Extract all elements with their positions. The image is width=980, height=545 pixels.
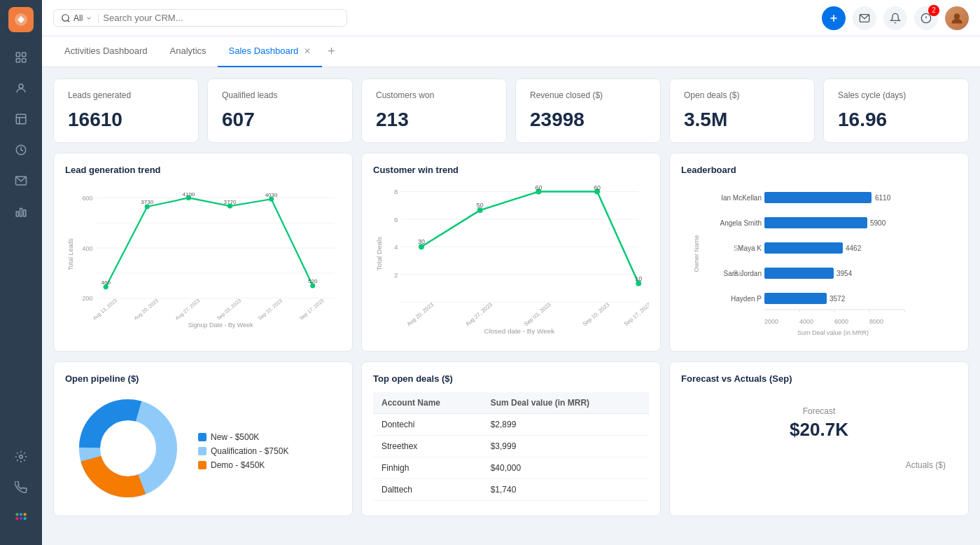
svg-rect-17 xyxy=(20,517,22,520)
tab-sales[interactable]: Sales Dashboard ✕ xyxy=(218,36,323,67)
metric-sales-cycle: Sales cycle (days) 16.96 xyxy=(823,78,969,143)
metric-sales-cycle-value: 16.96 xyxy=(838,109,954,131)
svg-rect-81 xyxy=(764,217,867,228)
table-row: Streethex$3,999 xyxy=(373,436,649,457)
search-input[interactable] xyxy=(103,13,340,23)
legend-new: New - $500K xyxy=(198,432,288,442)
tab-activities[interactable]: Activities Dashboard xyxy=(53,36,159,67)
svg-rect-92 xyxy=(764,293,827,304)
user-avatar[interactable] xyxy=(945,6,969,30)
svg-text:4: 4 xyxy=(394,243,398,251)
svg-text:Aug 27, 2023: Aug 27, 2023 xyxy=(174,298,201,322)
svg-text:Angela Smith: Angela Smith xyxy=(720,219,762,227)
bottom-row: Open pipeline ($) xyxy=(53,361,969,516)
deal-value: $40,000 xyxy=(482,457,649,479)
metric-revenue-value: 23998 xyxy=(530,109,646,131)
svg-text:Ba: Ba xyxy=(734,270,743,277)
metric-leads-value: 16610 xyxy=(68,109,184,131)
sidebar-item-reports[interactable] xyxy=(8,106,34,132)
deal-value: $2,899 xyxy=(482,414,649,436)
sidebar-item-apps[interactable] xyxy=(8,506,34,531)
metric-leads-generated: Leads generated 16610 xyxy=(53,78,199,143)
forecast-section: Forecast $20.7K xyxy=(681,392,957,455)
legend-qualification: Qualification - $750K xyxy=(198,446,288,456)
svg-text:Total Leads: Total Leads xyxy=(67,238,74,270)
legend-qual-label: Qualification - $750K xyxy=(211,446,288,456)
svg-point-5 xyxy=(19,84,23,88)
svg-text:Sep 03, 2023: Sep 03, 2023 xyxy=(216,298,242,322)
top-deals-title: Top open deals ($) xyxy=(373,373,649,384)
svg-rect-89 xyxy=(764,268,834,279)
sidebar-item-email[interactable] xyxy=(8,168,34,193)
svg-text:Sep 17, 2023: Sep 17, 2023 xyxy=(623,301,649,327)
add-button[interactable] xyxy=(822,6,846,30)
app-logo[interactable] xyxy=(8,7,34,32)
tab-close-sales[interactable]: ✕ xyxy=(304,46,311,56)
search-filter-badge[interactable]: All xyxy=(61,13,99,23)
metric-sales-cycle-label: Sales cycle (days) xyxy=(838,90,954,100)
open-pipeline-title: Open pipeline ($) xyxy=(65,373,341,384)
sidebar-item-search[interactable] xyxy=(8,45,34,70)
forecast-value: $20.7K xyxy=(681,419,957,441)
customer-trend-card: Customer win trend 8 6 4 2 Total Deals xyxy=(361,153,661,352)
metric-customers-won: Customers won 213 xyxy=(361,78,507,143)
metric-open-deals-value: 3.5M xyxy=(684,109,800,131)
alert-badge: 2 xyxy=(928,5,939,16)
svg-rect-16 xyxy=(16,517,19,520)
svg-text:3730: 3730 xyxy=(141,199,153,205)
svg-rect-78 xyxy=(764,192,872,203)
sidebar-item-contacts[interactable] xyxy=(8,76,34,101)
svg-text:4462: 4462 xyxy=(846,244,862,252)
svg-rect-85 xyxy=(764,242,843,254)
sidebar-item-analytics[interactable] xyxy=(8,199,34,224)
sidebar-item-phone[interactable] xyxy=(8,475,34,500)
svg-point-19 xyxy=(62,14,69,20)
leaderboard-card: Leaderboard Ian McKellan 6110 Angela Smi… xyxy=(669,153,969,352)
svg-text:Sep 03, 2023: Sep 03, 2023 xyxy=(523,301,552,327)
account-name: Dontechi xyxy=(373,414,482,436)
metric-revenue: Revenue closed ($) 23998 xyxy=(515,78,661,143)
alerts-button[interactable]: 2 xyxy=(914,6,938,30)
svg-text:600: 600 xyxy=(82,195,92,202)
svg-point-12 xyxy=(20,455,23,459)
svg-rect-6 xyxy=(16,114,26,124)
svg-text:10: 10 xyxy=(635,275,642,282)
sidebar-item-deals[interactable] xyxy=(8,137,34,163)
col-account: Account Name xyxy=(373,392,482,414)
svg-rect-2 xyxy=(22,53,26,56)
col-value: Sum Deal value (in MRR) xyxy=(482,392,649,414)
svg-text:2: 2 xyxy=(394,271,398,279)
svg-text:Sep 10, 2023: Sep 10, 2023 xyxy=(582,301,611,327)
tab-analytics[interactable]: Analytics xyxy=(159,36,218,67)
lead-trend-title: Lead generation trend xyxy=(65,165,341,175)
account-name: Finhigh xyxy=(373,457,482,479)
sidebar xyxy=(0,0,42,545)
leaderboard-title: Leaderboard xyxy=(681,165,957,175)
metric-qualified-leads: Qualified leads 607 xyxy=(207,78,353,143)
email-button[interactable] xyxy=(853,6,876,30)
main-area: All 2 xyxy=(42,0,980,545)
legend-qual-dot xyxy=(198,447,206,455)
svg-rect-15 xyxy=(24,513,27,516)
svg-text:3954: 3954 xyxy=(836,270,853,277)
svg-text:3572: 3572 xyxy=(830,295,846,303)
table-row: Dontechi$2,899 xyxy=(373,414,649,436)
lead-trend-card: Lead generation trend 600 400 200 Total … xyxy=(53,153,353,352)
tab-add-button[interactable]: + xyxy=(322,44,341,59)
svg-text:Ian McKellan: Ian McKellan xyxy=(721,194,762,202)
svg-text:6110: 6110 xyxy=(875,194,891,202)
donut-chart xyxy=(72,392,184,504)
metric-leads-label: Leads generated xyxy=(68,90,184,100)
search-container[interactable]: All xyxy=(53,9,347,27)
svg-rect-10 xyxy=(20,209,22,216)
customer-trend-title: Customer win trend xyxy=(373,165,649,175)
svg-text:Sum Deal value (in MRR): Sum Deal value (in MRR) xyxy=(797,329,869,336)
forecast-card: Forecast vs Actuals (Sep) Forecast $20.7… xyxy=(669,361,969,516)
svg-text:5900: 5900 xyxy=(870,219,886,227)
sidebar-item-settings[interactable] xyxy=(8,444,34,469)
svg-text:30: 30 xyxy=(418,238,425,245)
tabbar: Activities Dashboard Analytics Sales Das… xyxy=(42,36,980,67)
notifications-button[interactable] xyxy=(883,6,907,30)
svg-text:8: 8 xyxy=(394,188,398,195)
table-row: Finhigh$40,000 xyxy=(373,457,649,479)
